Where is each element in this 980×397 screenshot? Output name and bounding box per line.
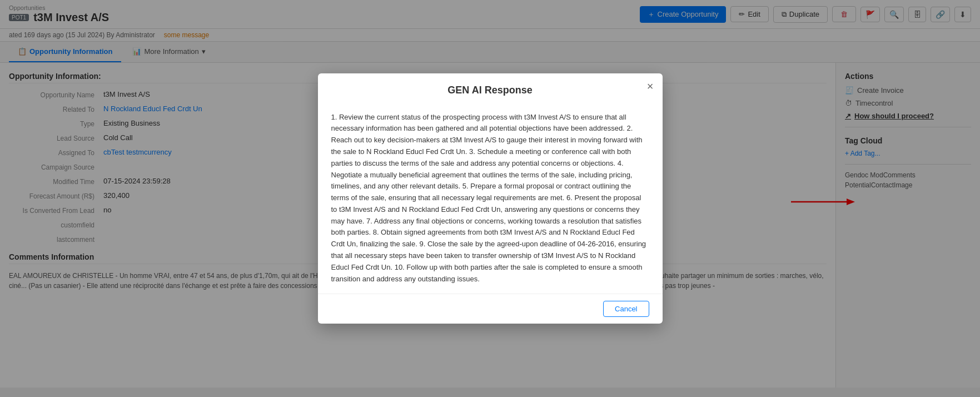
modal-header: GEN AI Response × — [318, 73, 663, 103]
modal-cancel-button[interactable]: Cancel — [603, 301, 649, 317]
modal-overlay[interactable]: GEN AI Response × 1. Review the current … — [0, 0, 980, 388]
modal-close-button[interactable]: × — [647, 80, 654, 93]
modal-body: 1. Review the current status of the pros… — [318, 103, 663, 294]
modal-box: GEN AI Response × 1. Review the current … — [318, 73, 663, 324]
modal-footer: Cancel — [318, 294, 663, 324]
modal-title: GEN AI Response — [331, 85, 649, 96]
modal-content-text: 1. Review the current status of the pros… — [331, 112, 649, 285]
